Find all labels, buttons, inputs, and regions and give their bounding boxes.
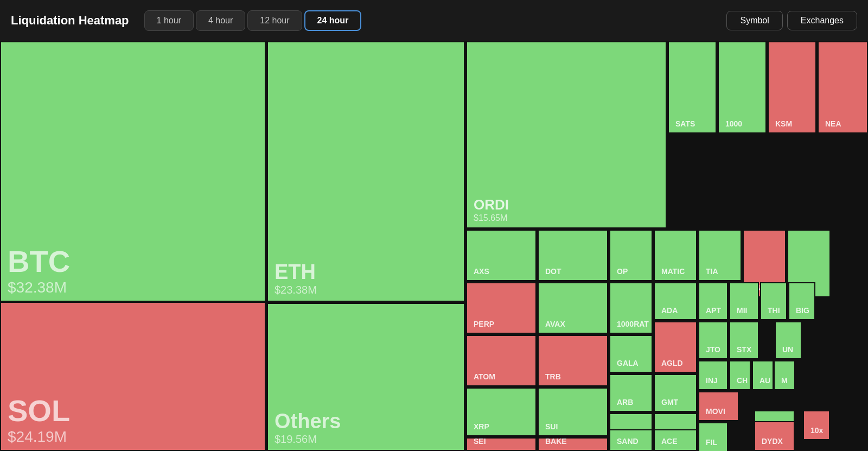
cell-name-sats: SATS — [675, 119, 709, 128]
cell-ace[interactable]: ACE — [654, 429, 697, 451]
cell-fil[interactable]: FIL — [698, 422, 728, 451]
cell-name-big: BIG — [796, 306, 808, 315]
cell-ordi[interactable]: ORDI$15.65M — [466, 41, 667, 228]
filter-24hour[interactable]: 24 hour — [304, 10, 362, 31]
filter-12hour[interactable]: 12 hour — [247, 10, 302, 31]
cell-name-agld: AGLD — [661, 359, 690, 367]
cell-sand[interactable]: SAND — [609, 429, 653, 451]
cell-movi[interactable]: MOVI — [698, 391, 739, 421]
heatmap: BTC$32.38MSOL$24.19METH$23.38MOthers$19.… — [0, 41, 868, 451]
cell-name-au: AU — [760, 376, 766, 385]
time-filter-group: 1 hour 4 hour 12 hour 24 hour — [144, 10, 362, 31]
cell-name-nea: NEA — [825, 119, 860, 128]
cell-name-sand: SAND — [617, 437, 645, 446]
cell-atom[interactable]: ATOM — [466, 335, 537, 386]
cell-others[interactable]: Others$19.56M — [267, 303, 465, 451]
cell-name-sol: SOL — [8, 393, 258, 428]
cell-name-gmt: GMT — [661, 398, 690, 406]
filter-4hour[interactable]: 4 hour — [196, 10, 245, 31]
cell-value-eth: $23.38M — [275, 284, 457, 296]
cell-agld[interactable]: AGLD — [654, 321, 697, 373]
cell-op[interactable]: OP — [609, 230, 653, 281]
cell-name-fil: FIL — [706, 438, 720, 447]
app-title: Liquidation Heatmap — [11, 14, 129, 28]
cell-name-xrp: XRP — [474, 422, 529, 431]
cell-m[interactable]: M — [774, 360, 795, 390]
cell-mii[interactable]: MII — [729, 282, 759, 320]
cell-big[interactable]: BIG — [788, 282, 815, 320]
cell-sui[interactable]: SUI — [538, 388, 608, 436]
cell-avax[interactable]: AVAX — [538, 282, 608, 334]
cell-value-others: $19.56M — [275, 433, 457, 446]
cell-matic[interactable]: MATIC — [654, 230, 697, 281]
header: Liquidation Heatmap 1 hour 4 hour 12 hou… — [0, 0, 868, 41]
cell-name-btc: BTC — [8, 244, 258, 279]
cell-name-un: UN — [782, 345, 794, 354]
cell-thi[interactable]: THI — [760, 282, 787, 320]
cell-apt[interactable]: APT — [698, 282, 728, 320]
cell-name-sei: SEI — [474, 437, 529, 446]
cell-sei[interactable]: SEI — [466, 437, 537, 451]
cell-name-trb: TRB — [545, 372, 601, 381]
cell-jto[interactable]: JTO — [698, 321, 728, 359]
cell-inj[interactable]: INJ — [698, 360, 728, 390]
cell-sats[interactable]: SATS — [668, 41, 717, 134]
cell-name-axs: AXS — [474, 267, 529, 276]
cell-name-ch: CH — [737, 376, 743, 385]
cell-ksm[interactable]: KSM — [768, 41, 816, 134]
cell-value-sol: $24.19M — [8, 428, 258, 446]
cell-name-bake: BAKE — [545, 437, 601, 446]
cell-axs[interactable]: AXS — [466, 230, 537, 281]
cell-name-ace: ACE — [661, 437, 690, 446]
cell-1000[interactable]: 1000 — [718, 41, 767, 134]
cell-bake[interactable]: BAKE — [538, 437, 608, 451]
cell-name-ordi: ORDI — [474, 196, 659, 213]
cell-sol[interactable]: SOL$24.19M — [0, 302, 266, 451]
cell-name-sui: SUI — [545, 422, 601, 431]
cell-name-avax: AVAX — [545, 320, 601, 328]
cell-ch[interactable]: CH — [729, 360, 751, 390]
cell-tia[interactable]: TIA — [698, 230, 742, 281]
cell-name-10x: 10x — [810, 426, 822, 435]
cell-name-atom: ATOM — [474, 372, 529, 381]
filter-1hour[interactable]: 1 hour — [144, 10, 194, 31]
exchanges-button[interactable]: Exchanges — [787, 11, 857, 30]
cell-name-ada: ADA — [661, 306, 690, 315]
cell-name-jto: JTO — [706, 345, 720, 354]
cell-name-1000: 1000 — [725, 119, 759, 128]
cell-name-perp: PERP — [474, 320, 529, 328]
cell-name-ksm: KSM — [775, 119, 809, 128]
symbol-button[interactable]: Symbol — [726, 11, 782, 30]
cell-arb[interactable]: ARB — [609, 374, 653, 412]
cell-un[interactable]: UN — [775, 321, 802, 359]
cell-name-inj: INJ — [706, 376, 720, 385]
cell-stx[interactable]: STX — [729, 321, 759, 359]
cell-eth[interactable]: ETH$23.38M — [267, 41, 465, 302]
cell-name-op: OP — [617, 267, 645, 276]
cell-name-1000rat: 1000RAT — [617, 320, 645, 328]
cell-1000rat[interactable]: 1000RAT — [609, 282, 653, 334]
cell-dydx[interactable]: DYDX — [754, 421, 795, 451]
cell-nea[interactable]: NEA — [818, 41, 868, 134]
cell-name-movi: MOVI — [706, 407, 731, 416]
right-buttons: Symbol Exchanges — [726, 11, 857, 30]
cell-trb[interactable]: TRB — [538, 335, 608, 386]
cell-name-matic: MATIC — [661, 267, 690, 276]
cell-name-dot: DOT — [545, 267, 601, 276]
cell-10x[interactable]: 10x — [803, 410, 830, 440]
cell-btc[interactable]: BTC$32.38M — [0, 41, 266, 302]
cell-gala[interactable]: GALA — [609, 335, 653, 373]
cell-value-btc: $32.38M — [8, 279, 258, 296]
cell-name-apt: APT — [706, 306, 720, 315]
cell-gmt[interactable]: GMT — [654, 374, 697, 412]
cell-name-gala: GALA — [617, 359, 645, 367]
cell-ada[interactable]: ADA — [654, 282, 697, 320]
cell-name-thi: THI — [768, 306, 780, 315]
cell-name-tia: TIA — [706, 267, 734, 276]
cell-xrp[interactable]: XRP — [466, 388, 537, 436]
cell-name-mii: MII — [737, 306, 751, 315]
cell-name-arb: ARB — [617, 398, 645, 406]
cell-au[interactable]: AU — [752, 360, 774, 390]
cell-perp[interactable]: PERP — [466, 282, 537, 334]
cell-dot[interactable]: DOT — [538, 230, 608, 281]
